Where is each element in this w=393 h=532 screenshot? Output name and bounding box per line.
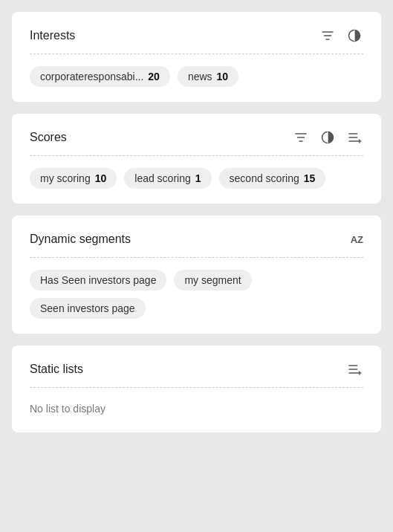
tag-label: second scoring xyxy=(230,172,299,184)
tag-second-scoring: second scoring 15 xyxy=(219,168,326,189)
tag-value: 20 xyxy=(148,71,160,82)
scores-icons xyxy=(292,129,363,146)
interests-card: Interests corporateresponsabi... 2 xyxy=(12,12,381,102)
add-list-icon[interactable] xyxy=(345,129,363,146)
tag-seen-investors: Seen investors page xyxy=(30,298,146,319)
tag-value: 10 xyxy=(95,172,107,184)
tag-value: 10 xyxy=(217,71,229,82)
tag-my-scoring: my scoring 10 xyxy=(30,168,117,189)
az-sort-icon[interactable]: AZ xyxy=(351,230,363,248)
tag-value: 15 xyxy=(304,172,316,184)
half-circle-icon[interactable] xyxy=(319,129,337,146)
interests-divider xyxy=(30,53,363,54)
interests-header: Interests xyxy=(30,27,363,45)
scores-card: Scores xyxy=(12,114,381,204)
tag-has-seen-investors: Has Seen investors page xyxy=(30,270,166,291)
tag-label: news xyxy=(188,71,212,82)
static-lists-divider xyxy=(30,387,363,388)
static-lists-header: Static lists xyxy=(30,360,363,378)
half-circle-icon[interactable] xyxy=(345,27,363,45)
interests-icons xyxy=(319,27,363,45)
tag-label: Has Seen investors page xyxy=(40,274,156,286)
dynamic-segments-divider xyxy=(30,257,363,258)
scores-title: Scores xyxy=(30,131,67,144)
static-lists-title: Static lists xyxy=(30,363,83,376)
tag-label: corporateresponsabi... xyxy=(40,71,143,82)
add-list-icon[interactable] xyxy=(345,360,363,378)
interests-title: Interests xyxy=(30,29,75,42)
dynamic-segments-header: Dynamic segments AZ xyxy=(30,230,363,248)
tag-news: news 10 xyxy=(178,66,238,87)
scores-tags: my scoring 10 lead scoring 1 second scor… xyxy=(30,168,363,189)
dynamic-segments-card: Dynamic segments AZ Has Seen investors p… xyxy=(12,215,381,334)
dynamic-segments-tags: Has Seen investors page my segment Seen … xyxy=(30,270,363,319)
scores-divider xyxy=(30,155,363,156)
tag-label: my scoring xyxy=(40,172,91,184)
static-lists-card: Static lists No list to display xyxy=(12,346,381,432)
tag-lead-scoring: lead scoring 1 xyxy=(124,168,211,189)
tag-my-segment: my segment xyxy=(174,270,251,291)
tag-corporateresponsabi: corporateresponsabi... 20 xyxy=(30,66,170,87)
tag-value: 1 xyxy=(195,172,201,184)
dynamic-segments-icons: AZ xyxy=(351,230,363,248)
static-lists-icons xyxy=(345,360,363,378)
filter-icon[interactable] xyxy=(292,129,310,146)
tag-label: my segment xyxy=(184,274,241,286)
tag-label: lead scoring xyxy=(134,172,191,184)
dynamic-segments-title: Dynamic segments xyxy=(30,233,131,246)
tag-label: Seen investors page xyxy=(40,302,135,314)
scores-header: Scores xyxy=(30,129,363,146)
interests-tags: corporateresponsabi... 20 news 10 xyxy=(30,66,363,87)
filter-icon[interactable] xyxy=(319,27,337,45)
no-list-message: No list to display xyxy=(30,400,363,418)
